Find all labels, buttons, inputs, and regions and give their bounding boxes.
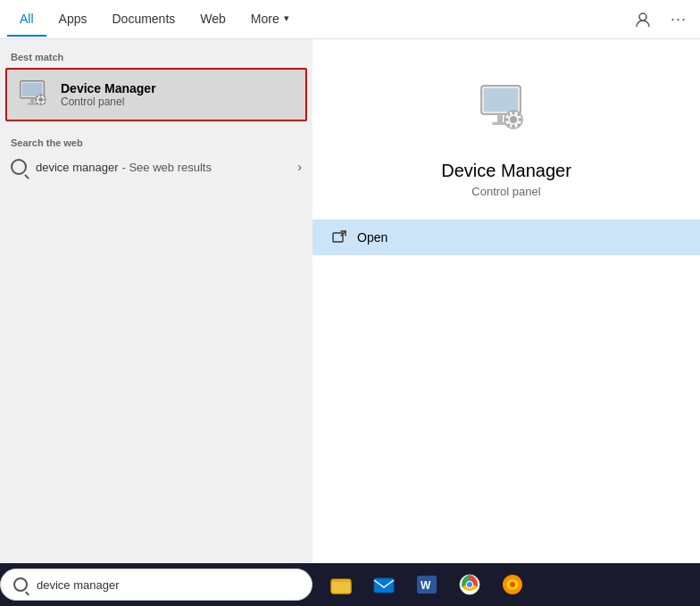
best-match-result[interactable]: Device Manager Control panel — [5, 68, 307, 121]
svg-point-0 — [639, 13, 646, 21]
left-panel: Best match — [0, 39, 312, 571]
tab-bar: All Apps Documents Web More ▾ ··· — [0, 0, 700, 39]
search-web-item[interactable]: device manager - See web results › — [0, 152, 312, 182]
search-web-section: Search the web device manager - See web … — [0, 132, 312, 182]
right-panel-subtitle: Control panel — [471, 185, 540, 198]
svg-rect-8 — [40, 103, 42, 104]
persona-icon-btn[interactable] — [629, 5, 657, 34]
taskbar-search-text: device manager — [37, 578, 120, 592]
taskbar: device manager W — [0, 563, 700, 606]
device-manager-icon-small — [16, 77, 52, 112]
tab-all[interactable]: All — [7, 3, 46, 37]
taskbar-word[interactable]: W — [407, 565, 446, 604]
right-panel: Device Manager Control panel Open — [312, 39, 700, 571]
best-match-title: Device Manager — [61, 81, 156, 95]
svg-point-20 — [510, 116, 517, 123]
taskbar-icons: W — [321, 565, 532, 604]
content-area: Best match — [0, 39, 700, 571]
taskbar-mail[interactable] — [364, 565, 404, 604]
chevron-down-icon: ▾ — [284, 12, 289, 24]
svg-point-40 — [510, 582, 515, 587]
open-button[interactable]: Open — [312, 220, 700, 255]
search-circle-icon — [11, 159, 27, 175]
svg-rect-17 — [497, 114, 503, 122]
ellipsis-icon: ··· — [671, 10, 687, 29]
taskbar-chrome[interactable] — [450, 565, 489, 604]
svg-text:W: W — [421, 579, 431, 592]
chevron-right-icon: › — [297, 160, 302, 174]
taskbar-search-bar[interactable]: device manager — [0, 569, 312, 601]
svg-rect-23 — [505, 119, 509, 121]
taskbar-app5[interactable] — [493, 565, 532, 604]
best-match-text: Device Manager Control panel — [61, 81, 156, 108]
tab-apps[interactable]: Apps — [46, 3, 100, 37]
see-results-text: - See web results — [122, 161, 212, 174]
svg-rect-32 — [374, 578, 394, 593]
taskbar-file-explorer[interactable] — [321, 565, 361, 604]
svg-rect-9 — [35, 99, 37, 101]
tab-web[interactable]: Web — [188, 3, 238, 37]
best-match-subtitle: Control panel — [61, 95, 156, 108]
open-icon — [330, 228, 348, 246]
person-icon — [635, 12, 651, 28]
tab-bar-right: ··· — [629, 5, 693, 34]
tab-documents[interactable]: Documents — [99, 3, 188, 37]
right-panel-title: Device Manager — [441, 161, 571, 181]
svg-rect-2 — [22, 83, 43, 96]
svg-rect-3 — [30, 98, 34, 104]
svg-point-38 — [467, 582, 472, 587]
svg-rect-4 — [27, 104, 37, 105]
svg-rect-22 — [512, 125, 515, 129]
svg-rect-21 — [512, 112, 515, 115]
best-match-label: Best match — [0, 46, 312, 66]
open-label: Open — [357, 230, 388, 245]
svg-rect-10 — [43, 99, 45, 101]
device-manager-icon-large — [471, 75, 542, 146]
svg-rect-16 — [484, 88, 518, 112]
svg-point-6 — [38, 97, 43, 102]
search-web-label: Search the web — [0, 132, 312, 152]
tab-more[interactable]: More ▾ — [238, 3, 302, 37]
svg-rect-24 — [519, 119, 522, 121]
search-query-text: device manager — [36, 161, 119, 174]
svg-rect-31 — [331, 581, 351, 594]
ellipsis-btn[interactable]: ··· — [664, 5, 693, 34]
taskbar-search-icon — [13, 577, 28, 592]
svg-rect-7 — [40, 95, 42, 96]
svg-rect-29 — [333, 233, 343, 242]
